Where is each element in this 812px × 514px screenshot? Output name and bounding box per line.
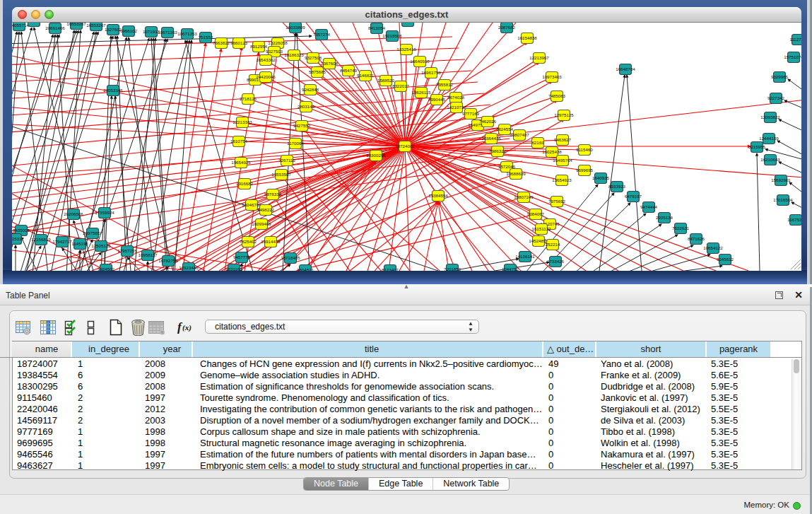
svg-text:1610754: 1610754 bbox=[230, 139, 248, 144]
svg-text:7485063: 7485063 bbox=[548, 93, 566, 98]
svg-text:1604521: 1604521 bbox=[297, 267, 314, 271]
svg-text:2718126: 2718126 bbox=[240, 96, 257, 101]
svg-text:9699695: 9699695 bbox=[576, 168, 594, 173]
svg-text:16151132: 16151132 bbox=[531, 226, 551, 231]
svg-text:1640935: 1640935 bbox=[592, 175, 610, 180]
svg-text:9498222: 9498222 bbox=[257, 207, 275, 212]
svg-text:2803144: 2803144 bbox=[298, 104, 315, 109]
svg-text:9146821: 9146821 bbox=[357, 73, 375, 78]
svg-text:7975692: 7975692 bbox=[548, 199, 566, 204]
svg-text:10025438: 10025438 bbox=[542, 149, 562, 154]
svg-text:3215955: 3215955 bbox=[748, 144, 766, 149]
svg-text:17359924: 17359924 bbox=[95, 210, 114, 215]
svg-text:13718485: 13718485 bbox=[281, 255, 300, 260]
svg-text:8912954: 8912954 bbox=[250, 44, 268, 49]
svg-text:10958117: 10958117 bbox=[138, 252, 158, 257]
svg-text:8878334: 8878334 bbox=[264, 192, 282, 197]
svg-text:9674028: 9674028 bbox=[447, 95, 465, 100]
svg-text:9427552: 9427552 bbox=[293, 123, 311, 128]
svg-text:14136141: 14136141 bbox=[515, 254, 535, 259]
svg-text:9218506: 9218506 bbox=[399, 23, 417, 23]
svg-text:8322017: 8322017 bbox=[392, 83, 410, 88]
svg-text:9474444: 9474444 bbox=[640, 204, 658, 209]
svg-text:7201853: 7201853 bbox=[444, 267, 461, 271]
svg-text:13553507: 13553507 bbox=[271, 172, 291, 177]
svg-text:3624554: 3624554 bbox=[496, 127, 514, 132]
svg-text:1916682: 1916682 bbox=[236, 181, 254, 186]
svg-text:13325419: 13325419 bbox=[396, 47, 416, 52]
svg-text:12444159: 12444159 bbox=[759, 136, 779, 141]
svg-text:9327503: 9327503 bbox=[266, 49, 283, 54]
svg-text:15751074: 15751074 bbox=[784, 54, 801, 59]
svg-text:9084067: 9084067 bbox=[527, 211, 545, 216]
svg-text:18300295: 18300295 bbox=[366, 153, 386, 158]
svg-text:16648784: 16648784 bbox=[616, 66, 635, 71]
svg-text:16961758: 16961758 bbox=[421, 70, 441, 75]
svg-text:9660123: 9660123 bbox=[230, 40, 248, 45]
svg-text:1327602: 1327602 bbox=[105, 27, 122, 32]
svg-text:9329965: 9329965 bbox=[771, 74, 789, 79]
svg-text:10671353: 10671353 bbox=[177, 31, 197, 36]
svg-text:8413054: 8413054 bbox=[368, 25, 386, 30]
svg-text:16782759: 16782759 bbox=[158, 258, 178, 263]
svg-text:20364436: 20364436 bbox=[481, 136, 501, 141]
svg-text:7632621: 7632621 bbox=[672, 226, 690, 230]
svg-text:12505135: 12505135 bbox=[91, 243, 111, 248]
svg-text:1112735: 1112735 bbox=[789, 37, 801, 42]
svg-text:20206506: 20206506 bbox=[64, 211, 83, 216]
svg-text:9031162: 9031162 bbox=[225, 267, 242, 271]
svg-text:9115460: 9115460 bbox=[576, 147, 593, 152]
svg-text:2367608: 2367608 bbox=[321, 61, 339, 66]
svg-text:12093822: 12093822 bbox=[760, 115, 780, 119]
svg-text:7357274: 7357274 bbox=[313, 32, 331, 37]
svg-text:(x): (x) bbox=[182, 323, 192, 332]
svg-text:19384554: 19384554 bbox=[428, 193, 448, 198]
svg-text:18186323: 18186323 bbox=[284, 52, 304, 57]
svg-text:12923446: 12923446 bbox=[179, 265, 199, 270]
svg-text:20053346: 20053346 bbox=[103, 88, 123, 93]
svg-text:7625402: 7625402 bbox=[240, 239, 257, 244]
svg-text:10807487: 10807487 bbox=[510, 132, 529, 137]
svg-text:12975125: 12975125 bbox=[554, 112, 574, 117]
svg-text:3915317: 3915317 bbox=[12, 236, 25, 241]
svg-text:1044752: 1044752 bbox=[502, 267, 519, 271]
svg-text:2087682: 2087682 bbox=[498, 25, 516, 30]
svg-text:62160: 62160 bbox=[531, 140, 544, 145]
svg-text:9924502: 9924502 bbox=[98, 267, 115, 271]
svg-text:9463627: 9463627 bbox=[554, 137, 572, 142]
svg-text:8454749: 8454749 bbox=[340, 68, 358, 73]
svg-text:3267110: 3267110 bbox=[278, 158, 295, 163]
svg-text:1588520: 1588520 bbox=[377, 78, 395, 83]
svg-text:7986322: 7986322 bbox=[489, 148, 507, 153]
svg-text:16914479: 16914479 bbox=[261, 239, 281, 244]
svg-text:6966102: 6966102 bbox=[120, 28, 138, 33]
svg-text:9327508: 9327508 bbox=[305, 55, 322, 60]
svg-text:7663822: 7663822 bbox=[213, 40, 230, 45]
svg-text:8990445: 8990445 bbox=[428, 97, 446, 102]
svg-text:5875685: 5875685 bbox=[309, 69, 326, 74]
svg-text:16099469: 16099469 bbox=[252, 221, 271, 226]
svg-text:16543362: 16543362 bbox=[256, 57, 276, 62]
svg-text:18724007: 18724007 bbox=[395, 144, 415, 148]
svg-text:16046788: 16046788 bbox=[242, 202, 261, 207]
svg-text:10654122: 10654122 bbox=[703, 245, 723, 250]
svg-text:17016504: 17016504 bbox=[773, 197, 793, 202]
svg-text:9245612: 9245612 bbox=[717, 257, 734, 262]
svg-text:16154838: 16154838 bbox=[517, 35, 537, 40]
svg-text:15692901: 15692901 bbox=[771, 177, 791, 182]
svg-text:8435001: 8435001 bbox=[13, 228, 30, 233]
svg-text:14055714: 14055714 bbox=[12, 23, 29, 28]
svg-text:10671353: 10671353 bbox=[158, 30, 177, 35]
svg-text:1167534: 1167534 bbox=[787, 217, 801, 222]
svg-text:7955812: 7955812 bbox=[436, 82, 454, 87]
svg-text:17942717: 17942717 bbox=[52, 239, 72, 244]
svg-text:19654925: 19654925 bbox=[231, 160, 251, 165]
svg-text:1145193: 1145193 bbox=[71, 241, 88, 246]
svg-text:24420046: 24420046 bbox=[256, 74, 276, 79]
svg-text:16210643: 16210643 bbox=[760, 157, 780, 162]
svg-text:1170064: 1170064 bbox=[287, 141, 304, 146]
svg-text:8933923: 8933923 bbox=[608, 184, 626, 189]
svg-text:15495764: 15495764 bbox=[553, 158, 572, 163]
svg-text:9777169: 9777169 bbox=[462, 111, 480, 116]
svg-text:252214: 252214 bbox=[546, 242, 560, 247]
